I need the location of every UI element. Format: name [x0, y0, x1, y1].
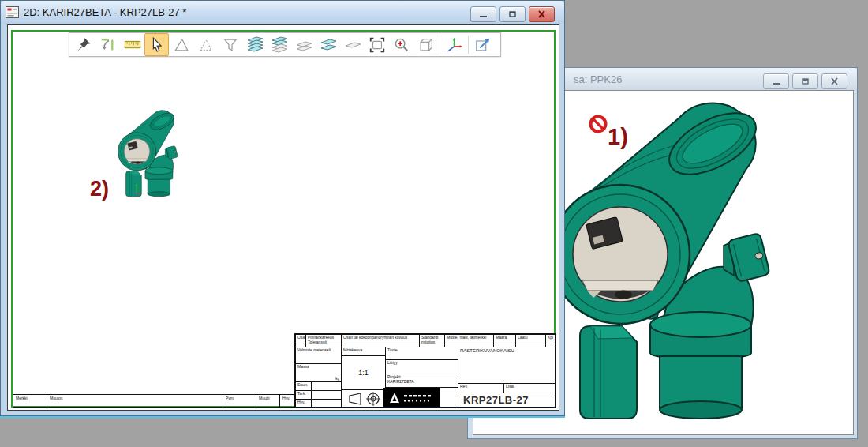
titleblock-cell-liittyy: Liittyy	[385, 359, 458, 374]
drawing-canvas[interactable]: 2) Osa Pinnankarkeus Toleranssit Osan ta…	[7, 24, 559, 411]
titleblock-cell-muste: Muste, malli, lajimerkki	[444, 334, 494, 347]
revision-cell-muutti: Muutti	[256, 394, 280, 408]
toolbar-separator	[468, 36, 469, 54]
main-window-title: 2D: KARIR27BETA - KRP27LB-27 *	[24, 6, 186, 18]
triangle-icon[interactable]	[169, 33, 193, 56]
projection-symbol-icon	[347, 392, 382, 406]
titleblock-cell-projekti: Projekti KARIR27BETA	[385, 374, 458, 388]
main-window-titlebar[interactable]: 2D: KARIR27BETA - KRP27LB-27 *	[1, 1, 564, 24]
pipe-fitting-model-small[interactable]	[99, 108, 188, 201]
secondary-window-title: sa: PPK26	[574, 73, 622, 85]
revision-cell-merkki: Merkki	[13, 394, 47, 408]
titleblock-cell-maara: Määrä	[493, 334, 516, 347]
titleblock-cell-massa: Massa kg	[295, 363, 342, 382]
close-icon	[830, 77, 839, 85]
revision-cell-pvm: Pvm	[223, 394, 256, 408]
restore-icon	[801, 77, 810, 85]
axes-marker-icon	[131, 182, 142, 196]
layers-stack-cyan-icon[interactable]	[242, 33, 267, 56]
box-icon[interactable]	[413, 33, 438, 56]
minimize-icon	[479, 11, 488, 18]
titleblock-cell-kuvaus: Osan tai kokoonpanoryhmän kuvaus	[341, 334, 420, 347]
titleblock-cell-hyv: Hyv.	[295, 399, 312, 408]
app-icon	[6, 6, 19, 18]
titleblock-cell-pinta: Pinnankarkeus Toleranssit	[305, 334, 342, 347]
company-logo	[383, 388, 440, 407]
restore-button[interactable]	[499, 6, 526, 22]
pin-icon[interactable]	[71, 33, 95, 56]
titleblock-cell-hyv-value	[311, 399, 342, 408]
minimize-button[interactable]	[763, 73, 789, 89]
main-window[interactable]: 2D: KARIR27BETA - KRP27LB-27 * 2)	[0, 0, 565, 416]
axes-icon[interactable]	[442, 33, 466, 56]
dashed-triangle-icon[interactable]	[193, 33, 218, 56]
minimize-icon	[772, 78, 781, 85]
prohibition-icon	[589, 115, 608, 133]
new-view-arrow-icon[interactable]	[470, 33, 495, 56]
drawing-toolbar	[69, 32, 501, 57]
layers-flat-gray-icon[interactable]	[291, 33, 316, 56]
annotation-label-2: 2)	[90, 178, 109, 200]
fit-pan-icon[interactable]	[95, 33, 120, 56]
toolbar-separator	[440, 36, 440, 54]
layers-stack-mixed-icon[interactable]	[267, 33, 291, 56]
revision-strip: Merkki Muutos Pvm Muutti Hyv.	[13, 394, 294, 408]
close-button[interactable]	[529, 6, 555, 22]
close-icon	[537, 10, 546, 18]
desktop: sa: PPK26 1)	[0, 0, 868, 447]
titleblock-cell-scale: 1:1	[341, 355, 386, 390]
layers-two-cyan-icon[interactable]	[316, 33, 340, 56]
layer-single-gray-icon[interactable]	[340, 33, 365, 56]
revision-cell-hyv: Hyv.	[279, 394, 294, 408]
restore-button[interactable]	[792, 73, 818, 89]
restore-icon	[508, 10, 517, 18]
ruler-icon[interactable]	[120, 33, 144, 56]
titleblock-drawing-number: KRP27LB-27	[458, 393, 556, 408]
zoom-in-icon[interactable]	[389, 33, 413, 56]
titleblock-cell-laatu: Laatu	[515, 334, 546, 347]
filter-icon[interactable]	[218, 33, 242, 56]
titleblock-cell-description: RASTERIKUVANOKAISU	[458, 347, 556, 384]
titleblock-cell-valmiste: Valmiste materiaali	[295, 347, 342, 364]
titleblock-cell-osa: Osa	[295, 334, 306, 347]
titleblock-cell-kpl: Kpl	[545, 334, 556, 347]
minimize-button[interactable]	[470, 6, 496, 22]
revision-cell-muutos: Muutos	[47, 394, 223, 408]
titleblock-cell-standardi: Standardi mitoitus	[419, 334, 445, 347]
close-button[interactable]	[821, 73, 847, 89]
select-cursor-icon[interactable]	[144, 33, 169, 56]
zoom-extents-icon[interactable]	[365, 33, 389, 56]
titleblock-cell-tuote: Tuote	[385, 347, 458, 360]
annotation-label-1: 1)	[608, 126, 628, 148]
titleblock: Osa Pinnankarkeus Toleranssit Osan tai k…	[294, 333, 556, 408]
